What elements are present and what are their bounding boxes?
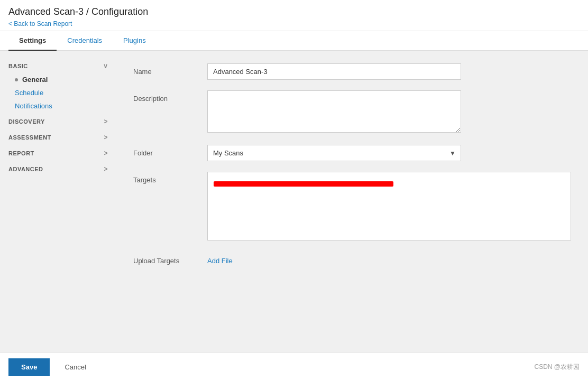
form-label-upload-targets: Upload Targets [133, 253, 207, 265]
form-control-description [207, 90, 461, 134]
bullet-icon [15, 78, 18, 81]
chevron-assessment-icon: > [104, 134, 108, 141]
name-input[interactable] [207, 63, 461, 80]
add-file-link[interactable]: Add File [207, 253, 233, 265]
sidebar: BASIC ∨ General Schedule Notifications D… [0, 51, 116, 352]
targets-wrap [207, 172, 571, 242]
sidebar-section-assessment: ASSESSMENT > [0, 131, 116, 144]
footer: Save Cancel CSDN @农耕园 [0, 352, 588, 382]
form-control-name [207, 63, 461, 80]
sidebar-item-label-notifications: Notifications [15, 102, 52, 110]
sidebar-section-label-advanced: ADVANCED [8, 166, 43, 172]
page-header: Advanced Scan-3 / Configuration < Back t… [0, 0, 588, 31]
sidebar-section-label-assessment: ASSESSMENT [8, 134, 51, 141]
form-row-upload-targets: Upload Targets Add File [133, 253, 571, 265]
sidebar-section-header-discovery[interactable]: DISCOVERY > [0, 115, 116, 128]
sidebar-section-basic: BASIC ∨ General Schedule Notifications [0, 59, 116, 113]
content-area: Name Description Folder My Scans All Sca… [116, 51, 588, 352]
sidebar-section-header-basic[interactable]: BASIC ∨ [0, 59, 116, 73]
tab-bar: Settings Credentials Plugins [0, 31, 588, 51]
sidebar-item-notifications[interactable]: Notifications [0, 99, 116, 113]
form-row-targets: Targets [133, 172, 571, 242]
sidebar-section-advanced: ADVANCED > [0, 162, 116, 176]
back-link[interactable]: < Back to Scan Report [8, 20, 72, 27]
chevron-discovery-icon: > [104, 118, 108, 125]
targets-container [207, 172, 571, 242]
form-label-description: Description [133, 90, 207, 103]
tab-credentials[interactable]: Credentials [57, 31, 113, 51]
sidebar-section-report: REPORT > [0, 146, 116, 160]
main-layout: BASIC ∨ General Schedule Notifications D… [0, 51, 588, 352]
tab-plugins[interactable]: Plugins [113, 31, 157, 51]
chevron-basic-icon: ∨ [103, 62, 108, 70]
sidebar-section-label-basic: BASIC [8, 63, 28, 69]
form-row-name: Name [133, 63, 571, 80]
folder-select-wrap: My Scans All Scans ▼ [207, 145, 461, 161]
sidebar-item-schedule[interactable]: Schedule [0, 86, 116, 99]
form-label-name: Name [133, 63, 207, 76]
folder-select[interactable]: My Scans All Scans [207, 145, 461, 161]
footer-brand: CSDN @农耕园 [534, 363, 580, 372]
sidebar-section-label-discovery: DISCOVERY [8, 118, 45, 125]
page-title: Advanced Scan-3 / Configuration [8, 6, 580, 17]
tab-settings[interactable]: Settings [8, 31, 57, 51]
redacted-overlay [214, 181, 393, 187]
form-row-folder: Folder My Scans All Scans ▼ [133, 145, 571, 161]
cancel-button[interactable]: Cancel [56, 358, 94, 376]
form-label-targets: Targets [133, 172, 207, 184]
sidebar-section-discovery: DISCOVERY > [0, 115, 116, 128]
sidebar-section-header-assessment[interactable]: ASSESSMENT > [0, 131, 116, 144]
sidebar-item-label-schedule: Schedule [15, 89, 43, 97]
description-input[interactable] [207, 90, 461, 133]
sidebar-item-general[interactable]: General [0, 73, 116, 86]
form-control-folder: My Scans All Scans ▼ [207, 145, 461, 161]
save-button[interactable]: Save [8, 358, 50, 376]
form-row-description: Description [133, 90, 571, 134]
form-label-folder: Folder [133, 145, 207, 157]
sidebar-section-label-report: REPORT [8, 150, 34, 156]
chevron-report-icon: > [104, 150, 108, 157]
sidebar-section-header-report[interactable]: REPORT > [0, 146, 116, 160]
form-control-upload-targets: Add File [207, 253, 461, 265]
sidebar-section-header-advanced[interactable]: ADVANCED > [0, 162, 116, 176]
chevron-advanced-icon: > [104, 165, 108, 173]
sidebar-item-label-general: General [22, 76, 48, 84]
